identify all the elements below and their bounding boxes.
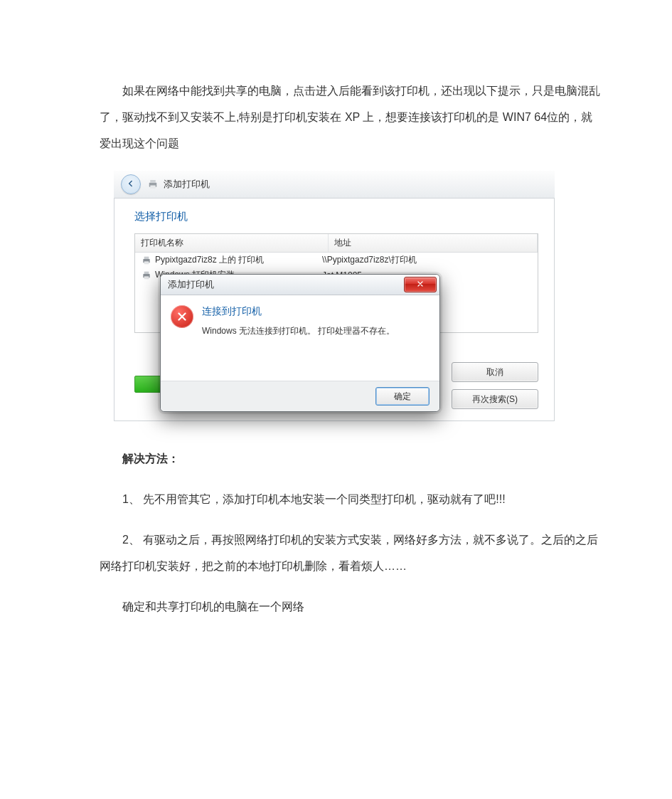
svg-rect-2 <box>150 186 156 189</box>
solution-heading: 解决方法： <box>100 446 601 472</box>
document-page: 如果在网络中能找到共享的电脑，点击进入后能看到该打印机，还出现以下提示，只是电脑… <box>0 0 672 677</box>
wizard-title: 添加打印机 <box>164 178 210 191</box>
error-dialog: 添加打印机 连接到打印机 Windows 无法连接到打印机。 打印处理器不存在。 <box>160 274 440 412</box>
svg-rect-7 <box>144 272 149 274</box>
svg-rect-1 <box>150 180 156 183</box>
wizard-header: 添加打印机 <box>114 171 555 199</box>
svg-rect-5 <box>144 261 149 264</box>
search-again-button[interactable]: 再次搜索(S) <box>452 389 538 409</box>
error-heading: 连接到打印机 <box>202 305 428 318</box>
column-header-name[interactable]: 打印机名称 <box>135 234 329 252</box>
error-dialog-titlebar: 添加打印机 <box>161 275 439 295</box>
ok-button[interactable]: 确定 <box>375 387 430 406</box>
add-printer-wizard-screenshot: 添加打印机 选择打印机 打印机名称 地址 Pypixtgazd7iz8z 上的 … <box>114 171 555 421</box>
printer-list-header: 打印机名称 地址 <box>135 234 538 253</box>
error-text: 连接到打印机 Windows 无法连接到打印机。 打印处理器不存在。 <box>202 305 428 371</box>
error-dialog-footer: 确定 <box>161 381 439 411</box>
list-item[interactable]: Pypixtgazd7iz8z 上的 打印机 \\Pypixtgazd7iz8z… <box>135 253 538 268</box>
printer-icon <box>146 178 159 191</box>
intro-paragraph: 如果在网络中能找到共享的电脑，点击进入后能看到该打印机，还出现以下提示，只是电脑… <box>100 78 601 157</box>
wizard-side-buttons: 取消 再次搜索(S) <box>452 362 538 409</box>
arrow-left-icon <box>126 179 136 191</box>
error-dialog-title: 添加打印机 <box>168 279 214 291</box>
error-icon <box>171 305 193 328</box>
solution-step-1: 1、 先不用管其它，添加打印机本地安装一个同类型打印机，驱动就有了吧!!! <box>100 487 601 513</box>
printer-icon <box>141 255 152 266</box>
svg-rect-8 <box>144 276 149 279</box>
wizard-section-title: 选择打印机 <box>134 210 538 223</box>
solution-step-3: 确定和共享打印机的电脑在一个网络 <box>100 594 601 620</box>
printer-icon <box>141 270 152 281</box>
error-dialog-body: 连接到打印机 Windows 无法连接到打印机。 打印处理器不存在。 <box>161 295 439 381</box>
solution-step-2: 2、 有驱动之后，再按照网络打印机的安装方式安装，网络好多方法，就不多说了。之后… <box>100 527 601 580</box>
svg-rect-4 <box>144 257 149 259</box>
back-button[interactable] <box>121 174 141 194</box>
close-button[interactable] <box>404 277 437 292</box>
printer-row-address: \\Pypixtgazd7iz8z\打印机 <box>322 254 532 266</box>
column-header-address[interactable]: 地址 <box>329 234 538 252</box>
printer-row-name: Pypixtgazd7iz8z 上的 打印机 <box>155 254 264 266</box>
close-icon <box>416 280 425 290</box>
error-message: Windows 无法连接到打印机。 打印处理器不存在。 <box>202 325 428 337</box>
wizard-body: 选择打印机 打印机名称 地址 Pypixtgazd7iz8z 上的 打印机 <box>114 199 555 421</box>
cancel-button[interactable]: 取消 <box>452 362 538 382</box>
